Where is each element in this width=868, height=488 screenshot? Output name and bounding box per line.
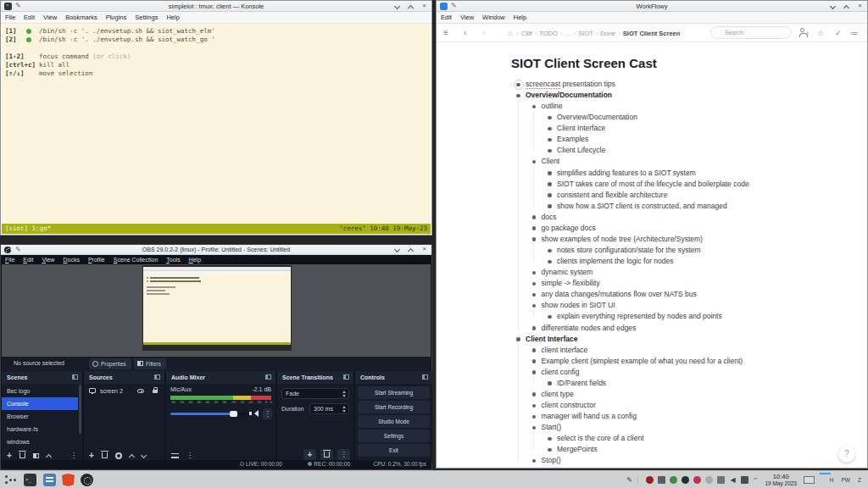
close-button[interactable]: × bbox=[420, 245, 428, 253]
terminal[interactable]: [1]/bin/sh -c '. ./envsetup.sh && siot_w… bbox=[2, 24, 431, 224]
dock-icon[interactable] bbox=[422, 374, 428, 380]
remove-source-button[interactable] bbox=[102, 452, 108, 458]
obs-taskbar-icon[interactable] bbox=[81, 474, 93, 486]
network-tray-icon[interactable] bbox=[670, 476, 677, 484]
scene-item[interactable]: hardware-fs bbox=[2, 423, 78, 435]
forward-button[interactable]: › bbox=[482, 27, 485, 39]
bullet[interactable] bbox=[532, 293, 537, 297]
scene-item[interactable]: windows bbox=[2, 435, 78, 448]
maximize-button[interactable] bbox=[843, 2, 850, 10]
media-tray-icon[interactable] bbox=[693, 476, 701, 484]
outline-row[interactable]: outline bbox=[437, 101, 867, 112]
outline-row[interactable]: MergePoints bbox=[437, 444, 867, 455]
control-button-exit[interactable]: Exit bbox=[358, 444, 430, 457]
move-source-down-button[interactable] bbox=[142, 453, 146, 458]
bullet[interactable] bbox=[548, 437, 552, 441]
dock-icon[interactable] bbox=[265, 374, 271, 380]
outline-row[interactable]: any data changes/mutations flow over NAT… bbox=[437, 289, 867, 300]
outline-row[interactable]: clients implement the logic for nodes bbox=[437, 256, 867, 267]
volume-slider[interactable] bbox=[170, 413, 248, 415]
minimize-button[interactable] bbox=[393, 245, 401, 253]
list-view-button[interactable]: ≔ bbox=[850, 27, 858, 39]
outline-row[interactable]: client type bbox=[437, 389, 867, 400]
breadcrumb-item[interactable]: TODO bbox=[539, 30, 558, 37]
move-scene-up-button[interactable] bbox=[47, 452, 51, 459]
bullet[interactable] bbox=[532, 105, 537, 109]
tray-expand-chevron[interactable]: ^ bbox=[753, 477, 758, 484]
bullet[interactable] bbox=[532, 160, 537, 164]
app-launcher-icon[interactable] bbox=[4, 474, 17, 486]
pager-label-pw[interactable]: PW bbox=[842, 477, 850, 483]
bullet[interactable] bbox=[548, 315, 552, 319]
outline-row[interactable]: client constructor bbox=[437, 400, 867, 411]
bullet[interactable] bbox=[532, 226, 537, 230]
konsole-menu-item-help[interactable]: Help bbox=[162, 12, 183, 24]
workflowy-titlebar[interactable]: ✎ WorkFlowy × bbox=[437, 1, 867, 12]
maximize-button[interactable] bbox=[407, 245, 415, 253]
bullet[interactable] bbox=[532, 370, 537, 374]
transition-menu-button[interactable]: ⋮ bbox=[337, 449, 350, 460]
add-transition-button[interactable]: + bbox=[303, 449, 316, 460]
stylus-icon[interactable]: ✎ bbox=[626, 476, 633, 484]
bullet[interactable] bbox=[548, 249, 552, 253]
bullet[interactable] bbox=[532, 304, 537, 308]
obs-menu-item-docks[interactable]: Docks bbox=[58, 255, 83, 264]
outline-row[interactable]: Overview/Documentation bbox=[437, 112, 867, 123]
bullet[interactable] bbox=[516, 83, 520, 87]
scene-filters-button[interactable] bbox=[33, 453, 39, 458]
obs-tray-icon[interactable] bbox=[682, 476, 689, 484]
add-scene-button[interactable]: + bbox=[7, 452, 12, 459]
obs-menu-item-view[interactable]: View bbox=[37, 255, 58, 264]
record-indicator[interactable] bbox=[646, 476, 654, 484]
outline-row[interactable]: show how a SIOT client is constructed, a… bbox=[437, 201, 867, 212]
bullet[interactable] bbox=[532, 326, 537, 330]
duration-spinner[interactable]: 300 ms bbox=[309, 403, 349, 414]
bullet[interactable] bbox=[532, 404, 537, 408]
outline-row[interactable]: show examples of node tree (Architecture… bbox=[437, 234, 867, 245]
outline-row[interactable]: Client Interface bbox=[437, 123, 867, 134]
bullet[interactable] bbox=[532, 348, 537, 352]
properties-button[interactable]: Properties bbox=[89, 358, 131, 369]
move-source-up-button[interactable] bbox=[130, 452, 134, 459]
scene-item[interactable]: Browser bbox=[2, 410, 78, 423]
breadcrumb-item[interactable]: SIOT Client Screen bbox=[623, 30, 681, 37]
obs-menu-item-file[interactable]: File bbox=[1, 255, 19, 264]
outline-row[interactable]: client interface bbox=[437, 345, 867, 356]
outline-row[interactable]: notes store configuration/state for the … bbox=[437, 245, 867, 256]
minimize-button[interactable] bbox=[829, 2, 837, 10]
maximize-button[interactable] bbox=[407, 2, 415, 10]
bullet[interactable] bbox=[548, 127, 552, 131]
obs-menu-item-profile[interactable]: Profile bbox=[84, 255, 109, 264]
bullet[interactable] bbox=[516, 94, 520, 98]
preview-area[interactable] bbox=[2, 264, 431, 357]
outline-row[interactable]: SIOT takes care of most of the lifecycle… bbox=[437, 179, 867, 190]
bullet[interactable] bbox=[516, 337, 520, 341]
konsole-menu-item-bookmarks[interactable]: Bookmarks bbox=[61, 12, 102, 24]
breadcrumb-item[interactable]: SIOT bbox=[578, 30, 593, 37]
preview-canvas[interactable] bbox=[142, 265, 292, 351]
settings-taskbar-icon[interactable] bbox=[43, 474, 56, 486]
bullet[interactable] bbox=[548, 116, 552, 120]
visibility-icon[interactable] bbox=[137, 389, 144, 393]
show-desktop-button[interactable] bbox=[804, 476, 815, 484]
outline-row[interactable]: ID/Parent fields bbox=[437, 378, 867, 389]
filters-button[interactable]: Filters bbox=[134, 358, 166, 369]
workflowy-document[interactable]: SIOT Client Screen Cast screencast prese… bbox=[437, 42, 867, 468]
slider-handle[interactable] bbox=[230, 411, 237, 417]
bullet[interactable] bbox=[548, 138, 552, 142]
obs-titlebar[interactable]: ✎ OBS 29.0.2-2 (linux) - Profile: Untitl… bbox=[1, 245, 431, 255]
close-button[interactable]: × bbox=[856, 2, 864, 10]
bullet[interactable] bbox=[532, 392, 537, 396]
volume-tray-icon[interactable]: ◀ bbox=[729, 476, 737, 484]
bullet[interactable] bbox=[548, 204, 552, 208]
outline-row[interactable]: manager will hand us a config bbox=[437, 411, 867, 422]
pager-label-h[interactable]: H bbox=[830, 477, 834, 483]
breadcrumb-item[interactable]: … bbox=[565, 30, 571, 37]
bullet[interactable] bbox=[532, 215, 537, 219]
bullet[interactable] bbox=[548, 182, 552, 186]
close-button[interactable]: × bbox=[420, 2, 428, 10]
outline-row[interactable]: simplifies adding features to a SIOT sys… bbox=[437, 168, 867, 179]
transition-select[interactable]: Fade bbox=[281, 388, 349, 399]
share-button[interactable] bbox=[798, 27, 809, 37]
scene-item[interactable]: Bec logo bbox=[2, 385, 78, 397]
